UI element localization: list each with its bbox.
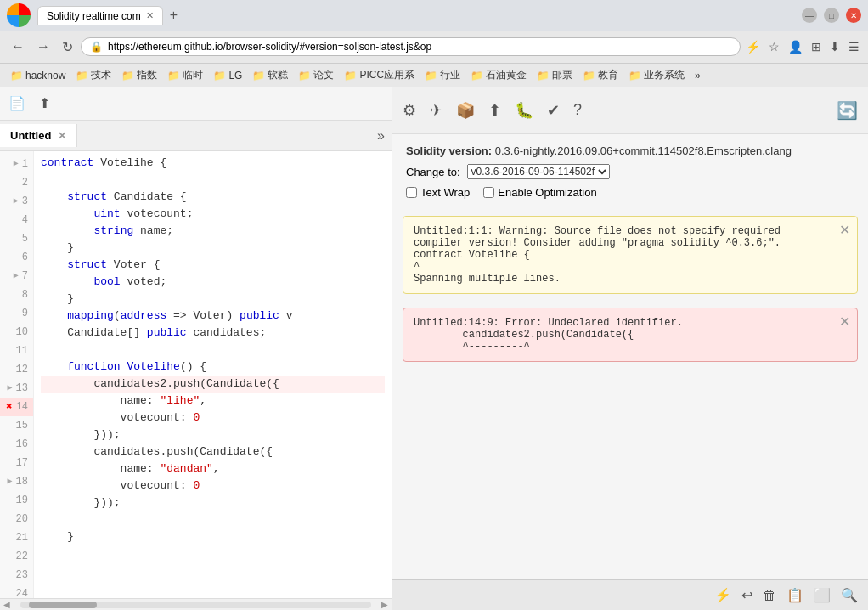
- minimize-button[interactable]: —: [802, 8, 817, 23]
- star-icon[interactable]: ☆: [767, 38, 781, 55]
- version-select[interactable]: v0.3.6-2016-09-06-114502f: [467, 164, 610, 179]
- warning-close-button[interactable]: ✕: [839, 222, 850, 238]
- scroll-right-btn[interactable]: ▶: [378, 600, 392, 609]
- url-input[interactable]: [108, 41, 731, 53]
- bottom-icon-5[interactable]: ⬜: [814, 587, 831, 603]
- tab-bar: Solidity realtime com ✕ +: [37, 6, 183, 25]
- bottom-bar: ⚡ ↩ 🗑 📋 ⬜ 🔍: [392, 579, 868, 610]
- error-close-button[interactable]: ✕: [839, 313, 850, 330]
- line-num-8: 8: [0, 285, 33, 304]
- bookmark-jiaoyu[interactable]: 📁教育: [579, 66, 622, 84]
- settings-panel: Solidity version: 0.3.6-nightly.2016.09.…: [392, 134, 868, 209]
- check-icon[interactable]: ✔: [547, 101, 560, 120]
- enable-optimization-input[interactable]: [483, 187, 494, 198]
- bottom-icon-1[interactable]: ⚡: [714, 587, 731, 603]
- upload2-icon[interactable]: ⬆: [488, 101, 501, 120]
- text-wrap-input[interactable]: [406, 187, 417, 198]
- editor-tab-label: Untitled: [10, 129, 51, 142]
- warning-message: Untitled:1:1: Warning: Source file does …: [414, 225, 847, 285]
- bookmark-hacknow[interactable]: 📁hacknow: [7, 68, 69, 83]
- back-button[interactable]: ←: [7, 37, 29, 56]
- bottom-icon-6[interactable]: 🔍: [841, 587, 858, 603]
- bottom-icon-2[interactable]: ↩: [741, 587, 752, 603]
- bookmark-more[interactable]: »: [691, 68, 704, 83]
- folder-icon: 📁: [471, 70, 483, 82]
- arrow-icon-1: ▶: [14, 155, 19, 172]
- line-num-20: 20: [0, 510, 33, 528]
- cube-icon[interactable]: 📦: [456, 101, 475, 120]
- bookmark-zhishu[interactable]: 📁指数: [118, 66, 161, 84]
- line-num-2: 2: [0, 173, 33, 192]
- upload-icon[interactable]: ⬆: [34, 93, 54, 114]
- bookmark-picc[interactable]: 📁PICC应用系: [341, 66, 418, 84]
- folder-icon: 📁: [298, 70, 311, 82]
- solidity-version-row: Solidity version: 0.3.6-nightly.2016.09.…: [406, 144, 854, 157]
- editor-panel: 📄 ⬆ Untitled ✕ » ▶1 2 ▶3 4 5 6: [0, 87, 392, 610]
- bookmark-yewu[interactable]: 📁业务系统: [625, 66, 688, 84]
- title-bar: Solidity realtime com ✕ + — □ ✕: [0, 0, 868, 31]
- bottom-icon-3[interactable]: 🗑: [763, 588, 776, 603]
- code-scrollbar[interactable]: ◀ ▶: [0, 598, 392, 610]
- settings-icon[interactable]: ⚙: [403, 101, 416, 120]
- tab-close-button[interactable]: ✕: [146, 10, 154, 21]
- bookmark-ruangao[interactable]: 📁软糕: [249, 66, 291, 84]
- send-icon[interactable]: ✈: [430, 101, 442, 120]
- editor-tab-untitled[interactable]: Untitled ✕: [0, 124, 77, 147]
- enable-optimization-checkbox[interactable]: Enable Optimization: [483, 186, 596, 199]
- account-icon[interactable]: 👤: [786, 38, 804, 55]
- bookmark-lg[interactable]: 📁LG: [210, 68, 245, 83]
- change-to-row: Change to: v0.3.6-2016-09-06-114502f: [406, 164, 854, 179]
- code-line-5: string name;: [41, 223, 385, 240]
- editor-tabs: Untitled ✕ »: [0, 121, 392, 151]
- code-lines[interactable]: contract Votelihe { struct Candidate { u…: [34, 151, 392, 598]
- menu-icon[interactable]: ☰: [847, 38, 861, 55]
- nav-bar: ← → ↻ 🔒 ⚡ ☆ 👤 ⊞ ⬇ ☰: [0, 31, 868, 63]
- text-wrap-label: Text Wrap: [420, 186, 470, 199]
- download-icon[interactable]: ⬇: [828, 38, 842, 55]
- code-area[interactable]: ▶1 2 ▶3 4 5 6 ▶7 8 9 10 11 12 ▶13 ✖14 15…: [0, 151, 392, 598]
- lightning-icon[interactable]: ⚡: [744, 38, 762, 55]
- scroll-track[interactable]: [20, 602, 371, 608]
- question-icon[interactable]: ?: [573, 101, 582, 119]
- scroll-left-btn[interactable]: ◀: [0, 600, 14, 609]
- address-bar[interactable]: 🔒: [81, 37, 741, 56]
- bookmark-shiyou[interactable]: 📁石油黄金: [467, 66, 530, 84]
- text-wrap-checkbox[interactable]: Text Wrap: [406, 186, 470, 199]
- right-icons: ⚙ ✈ 📦 ⬆ 🐛 ✔ ?: [403, 101, 582, 120]
- arrow-icon-13: ▶: [8, 380, 13, 397]
- code-line-8: bool voted;: [41, 274, 385, 291]
- folder-icon: 📁: [583, 70, 595, 82]
- folder-icon: 📁: [167, 70, 180, 82]
- code-line-11: Candidate[] public candidates;: [41, 325, 385, 342]
- code-line-24: [41, 545, 385, 562]
- nav-right-icons: ⚡ ☆ 👤 ⊞ ⬇ ☰: [744, 38, 861, 55]
- folder-icon: 📁: [628, 70, 641, 82]
- editor-tab-close-button[interactable]: ✕: [58, 130, 66, 142]
- line-num-3: ▶3: [0, 192, 33, 211]
- bottom-icon-4[interactable]: 📋: [786, 587, 803, 603]
- forward-button[interactable]: →: [32, 37, 54, 56]
- bookmark-jishu[interactable]: 📁技术: [72, 66, 115, 84]
- scroll-thumb[interactable]: [29, 602, 97, 608]
- active-tab[interactable]: Solidity realtime com ✕: [37, 6, 163, 25]
- maximize-button[interactable]: □: [824, 8, 839, 23]
- line-num-6: 6: [0, 248, 33, 267]
- code-line-20: votecount: 0: [41, 477, 385, 494]
- bookmark-hangye[interactable]: 📁行业: [421, 66, 464, 84]
- reload-button[interactable]: ↻: [58, 37, 77, 57]
- new-tab-button[interactable]: +: [165, 6, 183, 25]
- bookmark-lunwen[interactable]: 📁论文: [295, 66, 337, 84]
- bookmark-linshi[interactable]: 📁临时: [164, 66, 206, 84]
- rotate-icon[interactable]: 🔄: [837, 100, 858, 121]
- code-line-7: struct Voter {: [41, 257, 385, 274]
- window-controls: — □ ✕: [802, 8, 861, 23]
- expand-icon[interactable]: »: [370, 125, 392, 147]
- code-line-14: candidates2.push(Candidate({: [41, 376, 385, 393]
- close-button[interactable]: ✕: [846, 8, 861, 23]
- line-num-15: 15: [0, 416, 33, 435]
- bookmark-youpiao[interactable]: 📁邮票: [533, 66, 576, 84]
- code-line-12: [41, 342, 385, 359]
- apps-icon[interactable]: ⊞: [809, 38, 823, 55]
- bug-icon[interactable]: 🐛: [515, 101, 533, 120]
- new-file-icon[interactable]: 📄: [7, 93, 27, 114]
